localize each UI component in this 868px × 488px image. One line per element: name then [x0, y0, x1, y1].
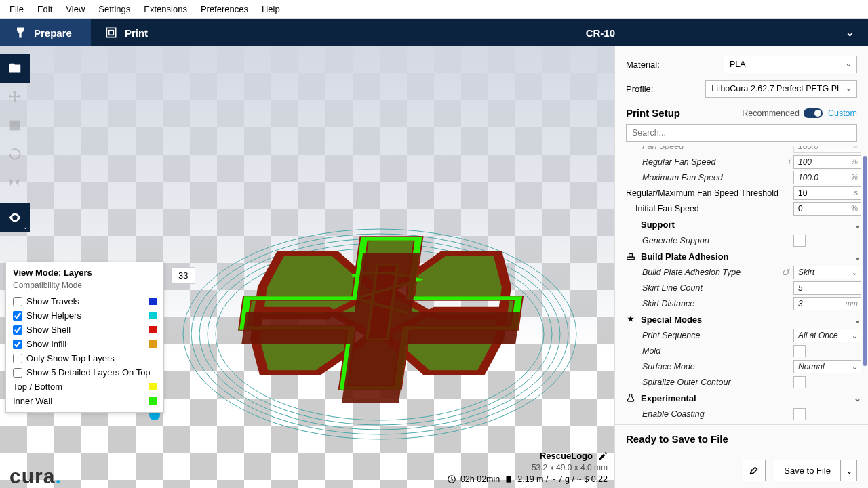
- info-icon[interactable]: i: [789, 157, 791, 167]
- edit-icon[interactable]: [598, 451, 608, 461]
- prepare-icon: [14, 26, 27, 39]
- view-mode-panel: View Mode: Layers Compatibility Mode Sho…: [5, 262, 164, 413]
- menu-edit[interactable]: Edit: [31, 1, 59, 17]
- menu-settings[interactable]: Settings: [92, 1, 137, 17]
- rotate-tool[interactable]: [0, 140, 30, 168]
- print-icon: [104, 26, 118, 39]
- mold-label: Mold: [626, 346, 793, 356]
- menubar: File Edit View Settings Extensions Prefe…: [0, 0, 868, 19]
- show-helpers-label: Show Helpers: [26, 310, 81, 321]
- skirt-count-label: Skirt Line Count: [626, 283, 793, 293]
- clock-icon: [447, 474, 456, 484]
- show-shell-checkbox[interactable]: [13, 325, 22, 335]
- svg-rect-1: [109, 30, 114, 35]
- ready-status: Ready to Save to File: [626, 433, 857, 445]
- app-logo: cura.: [9, 465, 62, 488]
- fan-threshold-label: Regular/Maximum Fan Speed Threshold: [626, 188, 793, 198]
- regular-fan-label: Regular Fan Speed: [626, 157, 789, 167]
- svg-rect-0: [106, 28, 115, 37]
- svg-rect-2: [10, 121, 20, 131]
- model-dimensions: 53.2 x 49.0 x 4.0 mm: [447, 463, 608, 472]
- setup-mode-toggle[interactable]: [804, 108, 823, 118]
- profile-label: Profile:: [626, 84, 696, 94]
- legend-topbottom: Top / Bottom: [13, 382, 62, 392]
- only-top-layers-checkbox[interactable]: [13, 354, 22, 363]
- material-icon: [504, 474, 513, 484]
- fan-threshold-input[interactable]: 10s: [793, 186, 861, 200]
- save-button[interactable]: Save to File: [774, 460, 841, 481]
- show-infill-checkbox[interactable]: [13, 340, 22, 349]
- material-label: Material:: [626, 60, 714, 70]
- recommended-label: Recommended: [742, 108, 800, 118]
- generate-support-checkbox[interactable]: [793, 235, 806, 247]
- color-swatch: [149, 397, 157, 405]
- settings-panel: Material: PLA Profile: LithoCura 2.62.7 …: [614, 46, 868, 488]
- svg-point-5: [199, 239, 560, 430]
- model-preview: [156, 165, 580, 449]
- show-shell-label: Show Shell: [26, 325, 71, 335]
- print-sequence-label: Print Sequence: [626, 331, 793, 340]
- menu-help[interactable]: Help: [255, 1, 287, 17]
- legend-innerwall: Inner Wall: [13, 396, 52, 406]
- tab-prepare-label: Prepare: [34, 27, 72, 39]
- svg-point-3: [183, 229, 576, 439]
- skirt-count-input[interactable]: 5: [793, 281, 861, 295]
- material-usage: 2.19 m / ~ 7 g / ~ $ 0.22: [517, 474, 608, 484]
- custom-label[interactable]: Custom: [828, 108, 857, 118]
- experimental-icon: [626, 393, 637, 403]
- category-experimental[interactable]: Experimental⌄: [626, 390, 861, 406]
- reset-icon[interactable]: ↺: [781, 267, 789, 278]
- printer-select[interactable]: CR-10 ⌄: [572, 19, 868, 46]
- view-mode-title: View Mode: Layers: [13, 268, 157, 278]
- color-swatch: [149, 326, 157, 333]
- save-dropdown[interactable]: ⌄: [842, 460, 857, 481]
- svg-rect-8: [367, 265, 397, 340]
- category-adhesion[interactable]: Build Plate Adhesion⌄: [626, 248, 861, 264]
- surface-mode-dropdown[interactable]: Normal: [793, 360, 861, 373]
- open-file-button[interactable]: [0, 54, 30, 83]
- viewport[interactable]: ⌄: [0, 46, 614, 488]
- search-input[interactable]: [626, 124, 857, 142]
- max-fan-input[interactable]: 100.0%: [793, 171, 861, 184]
- material-dropdown[interactable]: PLA: [724, 56, 857, 73]
- svg-rect-10: [507, 476, 511, 482]
- mold-checkbox[interactable]: [793, 345, 806, 357]
- print-sequence-dropdown[interactable]: All at Once: [793, 329, 861, 342]
- tab-prepare[interactable]: Prepare: [0, 19, 91, 46]
- menu-preferences[interactable]: Preferences: [194, 1, 255, 17]
- category-special[interactable]: Special Modes⌄: [626, 311, 861, 327]
- special-icon: [626, 314, 637, 324]
- adhesion-type-dropdown[interactable]: Skirt: [793, 266, 861, 279]
- initial-fan-input[interactable]: 0%: [793, 202, 861, 216]
- stage-tabs: Prepare Print CR-10 ⌄: [0, 19, 868, 46]
- enable-coasting-checkbox[interactable]: [793, 408, 806, 420]
- printer-name: CR-10: [586, 27, 615, 39]
- skirt-distance-input[interactable]: 3mm: [793, 297, 861, 310]
- scale-tool[interactable]: [0, 111, 30, 140]
- show-helpers-checkbox[interactable]: [13, 311, 22, 321]
- model-name: RescueLogo: [540, 451, 593, 461]
- category-support[interactable]: Support⌄: [626, 216, 861, 232]
- five-detailed-checkbox[interactable]: [13, 368, 22, 378]
- view-mode-button[interactable]: ⌄: [0, 203, 30, 232]
- adhesion-type-label: Build Plate Adhesion Type: [626, 268, 781, 277]
- spiralize-checkbox[interactable]: [793, 376, 806, 388]
- skirt-distance-label: Skirt Distance: [626, 299, 793, 308]
- tab-print[interactable]: Print: [91, 19, 167, 46]
- show-travels-checkbox[interactable]: [13, 297, 22, 306]
- scrollbar[interactable]: [863, 156, 867, 366]
- color-swatch: [149, 298, 157, 305]
- regular-fan-input[interactable]: 100%: [793, 155, 861, 169]
- post-process-button[interactable]: [743, 460, 766, 481]
- left-toolbar: ⌄: [0, 54, 30, 232]
- color-swatch: [149, 383, 157, 390]
- move-tool[interactable]: [0, 83, 30, 111]
- profile-dropdown[interactable]: LithoCura 2.62.7 Perfect PETG PL: [705, 80, 857, 98]
- menu-file[interactable]: File: [3, 1, 31, 17]
- mirror-tool[interactable]: [0, 168, 30, 197]
- surface-mode-label: Surface Mode: [626, 362, 793, 371]
- menu-view[interactable]: View: [59, 1, 92, 17]
- enable-coasting-label: Enable Coasting: [626, 409, 793, 419]
- menu-extensions[interactable]: Extensions: [137, 1, 194, 17]
- color-swatch: [149, 340, 157, 348]
